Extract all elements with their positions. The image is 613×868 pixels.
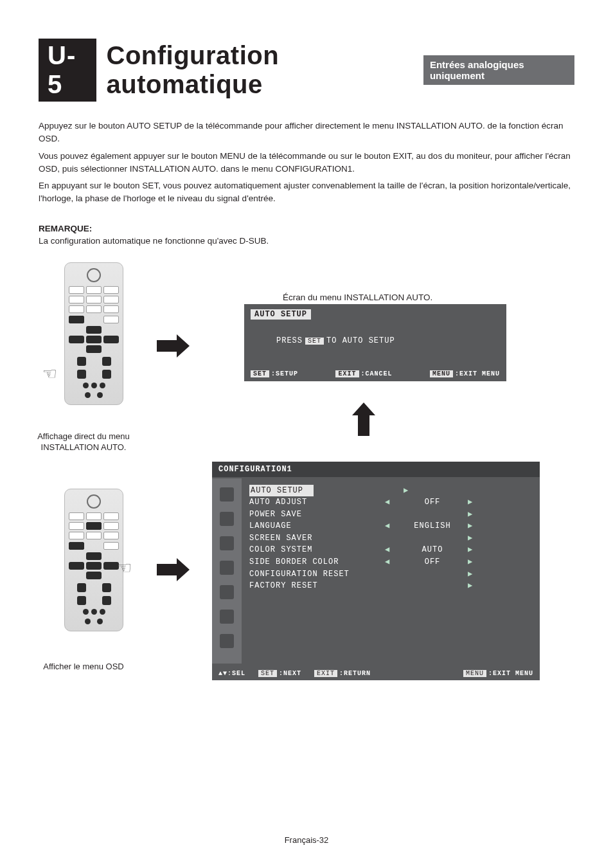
pointing-hand-icon-2: ☜ <box>117 558 132 578</box>
osd-configuration1: CONFIGURATION1 AUTO SETUP▶AUTO ADJUST◀OF… <box>212 462 540 680</box>
osd2-menu-list: AUTO SETUP▶AUTO ADJUST◀OFF▶POWER SAVE▶LA… <box>249 485 526 592</box>
triangle-icon: ◀ <box>378 544 397 556</box>
osd2-sidebar <box>212 478 242 664</box>
triangle-icon: ◀ <box>378 520 397 532</box>
remote-illustration-1 <box>64 262 123 405</box>
body-text: Appuyez sur le bouton AUTO SETUP de la t… <box>39 120 574 206</box>
para-1: Appuyez sur le bouton AUTO SETUP de la t… <box>39 120 574 146</box>
header-badge: Entrées analogiques uniquement <box>423 55 574 85</box>
osd2-row-label: POWER SAVE <box>249 509 378 521</box>
osd-auto-setup: AUTO SETUP PRESSSETTO AUTO SETUP SET:SET… <box>244 304 506 381</box>
arrow-right-2 <box>157 558 190 581</box>
osd2-row-value: OFF <box>397 556 468 568</box>
triangle-icon: ◀ <box>378 556 397 568</box>
osd2-side-icon <box>220 634 234 648</box>
osd2-side-icon <box>220 610 234 624</box>
osd2-menu-row: AUTO ADJUST◀OFF▶ <box>249 496 526 509</box>
note-body: La configuration automatique ne fonction… <box>39 236 574 246</box>
section-chip: U-5 <box>39 39 96 102</box>
pointing-hand-icon: ☞ <box>42 364 57 384</box>
osd2-footer-next: SET:NEXT <box>258 670 301 677</box>
osd2-side-icon <box>220 585 234 599</box>
para-3: En appuyant sur le bouton SET, vous pouv… <box>39 179 574 206</box>
osd1-caption: Écran du menu INSTALLATION AUTO. <box>283 293 432 302</box>
caption-remote-1: Affichage direct du menu INSTALLATION AU… <box>32 431 135 453</box>
triangle-icon: ▶ <box>468 544 473 556</box>
osd2-menu-row: SIDE BORDER COLOR◀OFF▶ <box>249 556 526 568</box>
osd2-footer-exit: MENU:EXIT MENU <box>463 670 533 677</box>
osd2-row-value: OFF <box>397 496 468 509</box>
osd2-row-value: ENGLISH <box>397 520 468 532</box>
osd2-side-icon <box>220 561 234 575</box>
osd2-side-icon <box>220 512 234 526</box>
osd2-menu-row: LANGUAGE◀ENGLISH▶ <box>249 520 526 532</box>
para-2: Vous pouvez également appuyer sur le bou… <box>39 150 574 176</box>
osd1-prompt: PRESSSETTO AUTO SETUP <box>276 336 395 345</box>
triangle-icon: ▶ <box>468 520 473 532</box>
osd2-menu-row: CONFIGURATION RESET▶ <box>249 568 526 581</box>
note-heading: REMARQUE: <box>39 224 574 233</box>
triangle-icon: ◀ <box>378 496 397 509</box>
triangle-icon: ▶ <box>404 485 409 497</box>
osd2-row-label: COLOR SYSTEM <box>249 544 378 556</box>
osd2-row-label: AUTO SETUP <box>249 485 314 497</box>
osd2-row-label: SIDE BORDER COLOR <box>249 556 378 568</box>
caption-remote-2: Afficher le menu OSD <box>32 661 135 673</box>
osd2-footer-sel: ▲▼:SEL <box>218 670 245 677</box>
remote-illustration-2 <box>64 489 123 631</box>
osd1-title: AUTO SETUP <box>251 309 311 320</box>
osd2-menu-row: COLOR SYSTEM◀AUTO▶ <box>249 544 526 556</box>
osd2-row-label: CONFIGURATION RESET <box>249 568 378 581</box>
page-title: Configuration automatique <box>107 41 413 99</box>
osd2-menu-row: POWER SAVE▶ <box>249 509 526 521</box>
osd2-row-label: LANGUAGE <box>249 520 378 532</box>
triangle-icon: ▶ <box>468 496 473 509</box>
triangle-icon: ▶ <box>468 580 473 592</box>
arrow-right-1 <box>157 334 190 357</box>
osd2-row-label: FACTORY RESET <box>249 580 378 592</box>
osd2-side-icon <box>220 487 234 502</box>
page-number: Français-32 <box>0 835 613 845</box>
osd2-side-icon <box>220 536 234 550</box>
triangle-icon: ▶ <box>468 532 473 545</box>
osd2-row-label: AUTO ADJUST <box>249 496 378 509</box>
triangle-icon: ▶ <box>468 556 473 568</box>
arrow-up <box>352 402 375 436</box>
osd2-menu-row: FACTORY RESET▶ <box>249 580 526 592</box>
osd2-menu-row: AUTO SETUP▶ <box>249 485 526 497</box>
osd2-menu-row: SCREEN SAVER▶ <box>249 532 526 545</box>
triangle-icon: ▶ <box>468 509 473 521</box>
triangle-icon: ▶ <box>468 568 473 581</box>
osd2-title: CONFIGURATION1 <box>212 462 540 477</box>
osd2-row-label: SCREEN SAVER <box>249 532 378 545</box>
osd2-row-value: AUTO <box>397 544 468 556</box>
osd2-footer-return: EXIT:RETURN <box>314 670 371 677</box>
